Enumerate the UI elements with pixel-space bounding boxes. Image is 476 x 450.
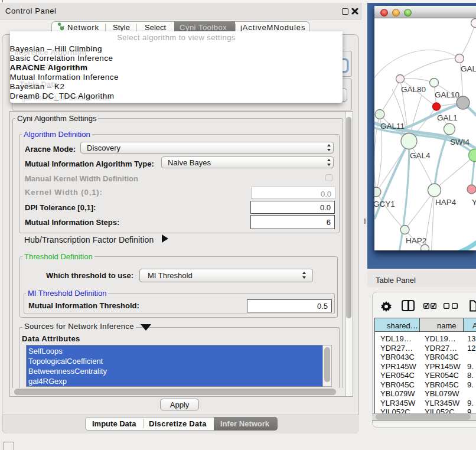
svg-text:GAL: GAL <box>461 64 476 73</box>
svg-text:GAL1: GAL1 <box>437 113 458 122</box>
svg-text:SWI4: SWI4 <box>450 138 470 146</box>
svg-text:GCY1: GCY1 <box>374 200 395 208</box>
svg-text:HAP2: HAP2 <box>406 236 426 245</box>
svg-text:HAP4: HAP4 <box>435 198 457 207</box>
svg-text:GAL80: GAL80 <box>401 85 426 94</box>
svg-text:GAL4: GAL4 <box>410 151 431 160</box>
svg-text:Y: Y <box>472 198 476 207</box>
svg-text:GAL11: GAL11 <box>380 122 405 131</box>
svg-text:GAL10: GAL10 <box>435 90 459 99</box>
